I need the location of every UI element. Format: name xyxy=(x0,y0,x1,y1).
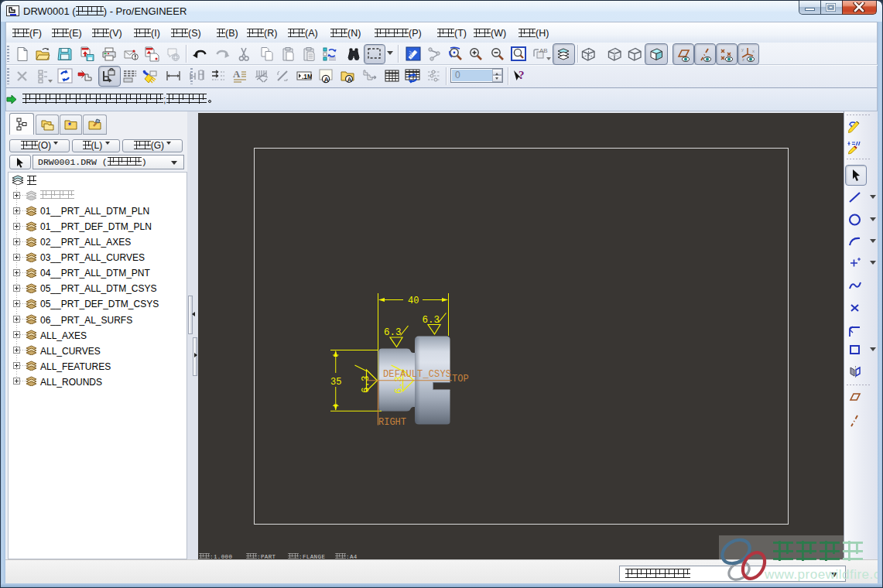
svg-text:AB: AB xyxy=(539,47,548,54)
svg-text:x: x xyxy=(752,49,755,53)
svg-text:RIGHT: RIGHT xyxy=(378,417,406,428)
svg-text:DEFAULT_CSYS: DEFAULT_CSYS xyxy=(383,369,451,380)
svg-text:6.3: 6.3 xyxy=(361,375,371,393)
svg-text:6.3: 6.3 xyxy=(384,327,402,338)
svg-text:?: ? xyxy=(519,69,525,81)
svg-text:A: A xyxy=(233,68,241,80)
svg-text:A: A xyxy=(347,76,352,84)
svg-text:6.3: 6.3 xyxy=(423,315,440,326)
svg-text:35: 35 xyxy=(330,377,341,388)
svg-text:*: * xyxy=(68,121,71,130)
svg-text:40: 40 xyxy=(408,296,419,306)
svg-text:TOP: TOP xyxy=(452,374,469,385)
svg-text:.1M: .1M xyxy=(302,73,312,80)
svg-text:A: A xyxy=(323,76,329,84)
svg-text:z: z xyxy=(742,57,744,62)
svg-text:y: y xyxy=(741,47,744,52)
